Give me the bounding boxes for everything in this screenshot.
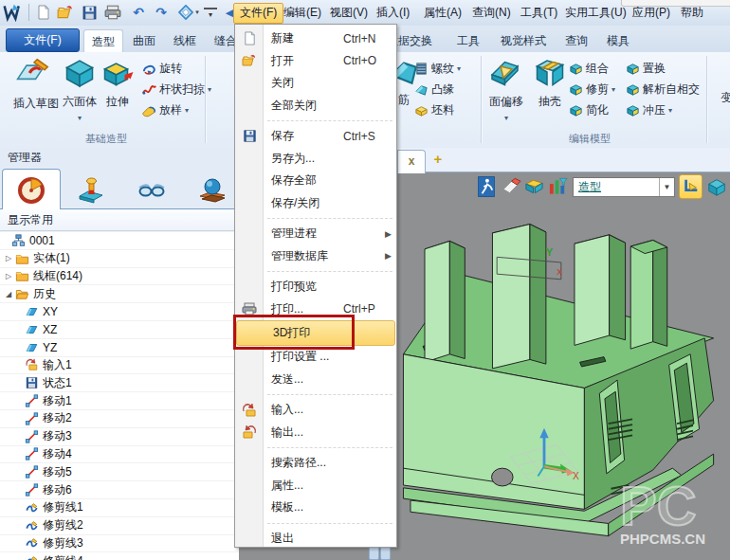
trim-button[interactable]: 修剪▾ [569, 81, 615, 98]
tree-item-plane-xz[interactable]: XZ [0, 320, 239, 338]
menu-separator [235, 214, 396, 223]
tree-item-move5[interactable]: 移动5 [0, 462, 239, 480]
menu-item-exit[interactable]: 退出 [235, 528, 396, 551]
revolve-button[interactable]: 旋转 [142, 60, 182, 77]
tree-item-move2[interactable]: 移动2 [0, 409, 239, 427]
ribbon-tab-visual-style[interactable]: 视觉样式 [493, 29, 554, 52]
tree-item-state1[interactable]: 状态1 [0, 373, 239, 391]
menubar-item-tools[interactable]: 工具(T) [515, 3, 563, 22]
tree-filter-bar[interactable]: 显示常用 [0, 209, 239, 231]
style-selector-dropdown[interactable]: 造型 ▼ [573, 177, 675, 197]
face-offset-button[interactable]: 面偏移 ▾ [485, 55, 527, 123]
menubar-item-attribute[interactable]: 属性(A) [418, 3, 467, 22]
tree-item-trimline3[interactable]: 修剪线3 [0, 534, 239, 552]
menu-item-open[interactable]: 打开Ctrl+O [235, 50, 396, 73]
box-button[interactable]: 六面体 ▾ [59, 55, 100, 123]
menu-item-properties[interactable]: 属性... [235, 475, 396, 497]
tree-item-solids[interactable]: ▷实体(1) [0, 249, 239, 267]
tree-item-wireframe[interactable]: ▷线框(614) [0, 267, 239, 285]
manager-tab-visibility[interactable] [123, 169, 180, 209]
document-tab-close[interactable]: x [397, 150, 426, 173]
redo-icon[interactable]: ↷ [152, 3, 171, 22]
ribbon-tab-tools[interactable]: 工具 [449, 29, 487, 52]
ribbon-tab-shape[interactable]: 造型 [83, 29, 123, 53]
ribbon-file-button[interactable]: 文件(F) [6, 28, 80, 52]
axis-label-y: Y [546, 246, 554, 258]
loft-icon [142, 103, 156, 117]
import-icon [242, 403, 257, 418]
menubar-item-edit[interactable]: 编辑(E) [278, 3, 327, 22]
customize-toolbar-icon[interactable]: ▾ [204, 8, 217, 19]
combine-button[interactable]: 组合 [569, 60, 609, 77]
ribbon-tab-surface[interactable]: 曲面 [125, 29, 163, 52]
tree-item-trimline1[interactable]: 修剪线1 [0, 498, 239, 516]
tree-item-plane-yz[interactable]: YZ [0, 338, 239, 356]
resolve-self-intersection-button[interactable]: 解析自相交 [626, 81, 700, 98]
show-hide-icon[interactable] [524, 176, 543, 197]
loft-button[interactable]: 放样▾ [142, 101, 189, 118]
menu-item-save[interactable]: 保存Ctrl+S [235, 125, 396, 148]
menubar-item-inquire[interactable]: 查询(N) [466, 3, 517, 22]
tree-root[interactable]: 0001 [0, 231, 239, 249]
undo-icon[interactable]: ↶ [129, 3, 148, 22]
open-file-icon[interactable] [56, 3, 75, 22]
menu-item-save-all[interactable]: 保存全部 [235, 170, 396, 192]
flange-button[interactable]: 凸缘 [414, 81, 454, 98]
tree-item-move6[interactable]: 移动6 [0, 480, 239, 498]
replace-button[interactable]: 置换 [626, 60, 666, 77]
manager-tab-history[interactable] [2, 169, 61, 211]
menu-item-import[interactable]: 输入... [235, 399, 396, 422]
punch-button[interactable]: 冲压▾ [626, 101, 672, 118]
print-icon[interactable] [103, 3, 122, 22]
menu-item-send[interactable]: 发送... [235, 369, 396, 391]
walkthrough-icon[interactable] [478, 176, 497, 197]
stock-button[interactable]: 坯料 [414, 101, 454, 118]
extrude-button[interactable]: 拉伸 [97, 55, 138, 110]
tree-item-move3[interactable]: 移动3 [0, 427, 239, 445]
rod-sweep-button[interactable]: 杆状扫掠▾ [142, 81, 211, 98]
menu-item-template[interactable]: 模板... [235, 497, 396, 519]
menu-item-save-close[interactable]: 保存/关闭 [235, 192, 396, 215]
menu-item-search-path[interactable]: 搜索路径... [235, 452, 396, 475]
menu-item-manage-process[interactable]: 管理进程▶ [235, 223, 396, 245]
insert-sketch-button[interactable]: 插入草图 [13, 55, 55, 112]
menu-item-manage-database[interactable]: 管理数据库▶ [235, 245, 396, 268]
menu-item-close-all[interactable]: 全部关闭 [235, 95, 396, 117]
ribbon-tab-mold[interactable]: 模具 [599, 29, 637, 52]
tree-item-history-folder[interactable]: ◢历史 [0, 284, 239, 302]
new-document-tab-button[interactable]: + [430, 151, 446, 168]
tree-item-trimline2[interactable]: 修剪线2 [0, 516, 239, 534]
manager-tab-assembly[interactable] [63, 169, 119, 209]
tree-item-move4[interactable]: 移动4 [0, 445, 239, 463]
manager-tab-render[interactable] [184, 169, 241, 209]
menubar-item-insert[interactable]: 插入(I) [371, 3, 415, 22]
view-cube-button[interactable] [706, 176, 727, 197]
menubar-item-file[interactable]: 文件(F) [233, 3, 283, 24]
simplify-button[interactable]: 简化 [569, 101, 609, 118]
ribbon-tab-inquire[interactable]: 查询 [557, 29, 595, 52]
named-views-dropdown-icon[interactable]: ▾ [192, 3, 202, 22]
axes-toggle-button[interactable] [679, 174, 703, 199]
menu-item-close[interactable]: 关闭 [235, 72, 396, 95]
new-document-icon[interactable] [34, 3, 53, 22]
menubar-item-view[interactable]: 视图(V) [324, 3, 374, 22]
filter-display-icon[interactable] [548, 176, 567, 197]
chevron-down-icon[interactable]: ▼ [659, 178, 674, 196]
annotation-highlight-box [233, 315, 355, 350]
ribbon-tab-wireframe[interactable]: 线框 [166, 29, 204, 52]
floating-toolbar-edge [621, 0, 730, 7]
thread-button[interactable]: 螺纹▾ [414, 60, 461, 77]
save-icon[interactable] [80, 3, 99, 22]
menu-item-print-preview[interactable]: 打印预览 [235, 276, 396, 298]
menu-item-new[interactable]: 新建Ctrl+N [235, 27, 396, 50]
group-divider [481, 56, 482, 143]
tree-item-trimline4[interactable]: 修剪线4 [0, 551, 239, 560]
menu-item-save-as[interactable]: 另存为... [235, 148, 396, 171]
tree-item-plane-xy[interactable]: XY [0, 302, 239, 320]
menu-separator [235, 267, 396, 276]
tree-item-import1[interactable]: 输入1 [0, 356, 239, 374]
eraser-icon[interactable] [502, 176, 520, 197]
tree-item-move1[interactable]: 移动1 [0, 391, 239, 409]
menu-item-export[interactable]: 输出... [235, 422, 396, 444]
shell-button[interactable]: 抽壳 [529, 55, 571, 110]
